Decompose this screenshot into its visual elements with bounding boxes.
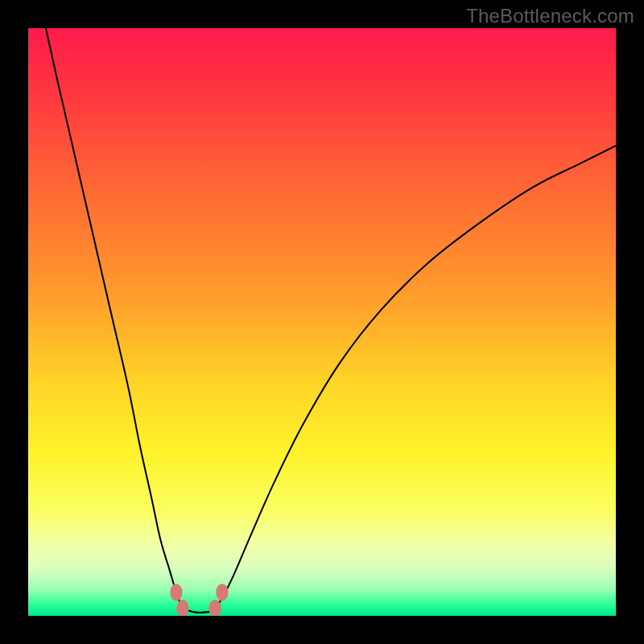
valley-marker — [176, 600, 188, 616]
bottleneck-curve — [46, 28, 616, 613]
valley-marker — [216, 584, 228, 601]
valley-markers — [170, 584, 228, 616]
chart-frame: TheBottleneck.com — [0, 0, 644, 644]
watermark-text: TheBottleneck.com — [466, 5, 634, 27]
curve-layer — [28, 28, 616, 616]
plot-area — [28, 28, 616, 616]
valley-marker — [170, 584, 182, 601]
